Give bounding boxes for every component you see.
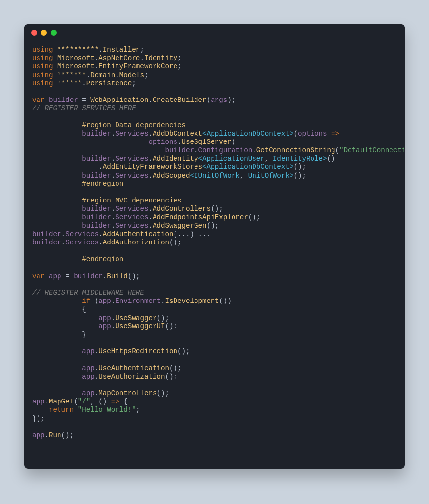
region-data: #region Data dependencies <box>82 121 186 129</box>
services: Services <box>115 222 148 230</box>
ns-installer: Installer <box>103 46 140 54</box>
type-appuser: ApplicationUser <box>202 155 265 162</box>
var-app: app <box>32 431 45 439</box>
close-icon[interactable] <box>31 30 37 36</box>
builder: builder <box>82 222 111 230</box>
services: Services <box>65 239 98 246</box>
fn-getconnstr: GetConnectionString <box>256 146 335 154</box>
id-webapp: WebApplication <box>90 96 148 104</box>
var-app: app <box>98 323 111 330</box>
configuration: Configuration <box>198 146 253 154</box>
fn-useswagger: UseSwagger <box>115 314 156 322</box>
arrow: => <box>331 130 339 138</box>
builder: builder <box>82 130 111 138</box>
var-app: app <box>98 314 111 322</box>
fn-useauthz: UseAuthorization <box>98 373 165 381</box>
services: Services <box>115 205 148 213</box>
ellipsis: ... <box>177 230 190 238</box>
services: Services <box>115 172 148 180</box>
fn-addcontrollers: AddControllers <box>153 205 211 213</box>
str-hello: "Hello World!" <box>78 406 136 414</box>
ns-models: Models <box>119 71 144 79</box>
brace-close: } <box>82 331 86 339</box>
fn-addauthz: AddAuthorization <box>103 239 169 246</box>
kw-using: using <box>32 71 53 79</box>
var-options: options <box>148 138 177 146</box>
fn-mapget: MapGet <box>49 398 74 405</box>
services: Services <box>115 130 148 138</box>
type-appdbctx: ApplicationDbContext <box>207 163 290 171</box>
var-app: app <box>32 398 45 405</box>
ns-masked: ********** <box>57 46 98 54</box>
builder: builder <box>82 172 111 180</box>
environment: Environment <box>115 297 161 305</box>
kw-return: return <box>49 406 74 414</box>
kw-var: var <box>32 272 45 280</box>
endregion: #endregion <box>82 255 123 263</box>
builder: builder <box>74 272 103 280</box>
ns-masked: ******* <box>57 71 86 79</box>
code-block: using **********.Installer; using Micros… <box>24 41 405 469</box>
type-uow: UnitOfWork <box>248 172 290 180</box>
fn-mapcontrollers: MapControllers <box>98 389 156 397</box>
kw-using: using <box>32 54 53 62</box>
arrow: => <box>111 398 119 405</box>
ns-masked: ****** <box>57 80 82 87</box>
services: Services <box>65 230 98 238</box>
kw-if: if <box>82 297 90 305</box>
builder: builder <box>32 239 61 246</box>
brace-open: { <box>82 305 86 313</box>
kw-var: var <box>32 96 45 104</box>
type-identityrole: IdentityRole <box>273 155 323 162</box>
type-appdbctx: ApplicationDbContext <box>207 130 290 138</box>
code-window: using **********.Installer; using Micros… <box>24 24 405 469</box>
var-app: app <box>82 364 95 372</box>
comment-register-middleware: // REGISTER MIDDLEWARE HERE <box>32 289 144 297</box>
builder: builder <box>82 213 111 221</box>
fn-createbuilder: CreateBuilder <box>153 96 207 104</box>
var-app: app <box>82 347 95 355</box>
fn-usesqlserver: UseSqlServer <box>182 138 232 146</box>
ns-persistence: Persistence <box>86 80 132 87</box>
fn-addauthn: AddAuthentication <box>103 230 174 238</box>
var-args: args <box>211 96 227 104</box>
fn-addscoped: AddScoped <box>153 172 190 180</box>
builder: builder <box>82 205 111 213</box>
fn-useauthn: UseAuthentication <box>98 364 169 372</box>
var-app: app <box>98 297 111 305</box>
fn-adddbcontext: AddDbContext <box>153 130 202 138</box>
fn-addefstores: AddEntityFrameworkStores <box>103 163 202 171</box>
var-app: app <box>82 389 95 397</box>
var-builder: builder <box>49 96 78 104</box>
kw-using: using <box>32 46 53 54</box>
ellipsis: ... <box>198 230 211 238</box>
kw-using: using <box>32 80 53 87</box>
var-app: app <box>49 272 61 280</box>
fn-isdev: IsDevelopment <box>165 297 219 305</box>
ns-ms: Microsoft <box>57 54 95 62</box>
minimize-icon[interactable] <box>41 30 47 36</box>
fn-usehttpsredir: UseHttpsRedirection <box>98 347 177 355</box>
services: Services <box>115 213 148 221</box>
str-defaultconn: "DefaultConnection" <box>339 146 405 154</box>
fn-addswaggergen: AddSwaggerGen <box>153 222 207 230</box>
builder: builder <box>165 146 194 154</box>
var-app: app <box>82 373 95 381</box>
comment-register-services: // REGISTER SERVICES HERE <box>32 104 136 112</box>
ns-identity: Identity <box>144 54 177 62</box>
ns-aspnet: AspNetCore <box>98 54 140 62</box>
fn-build: Build <box>107 272 128 280</box>
ns-ms: Microsoft <box>57 62 95 70</box>
builder: builder <box>32 230 61 238</box>
region-mvc: #region MVC dependencies <box>82 197 181 204</box>
fn-useswaggerui: UseSwaggerUI <box>115 323 165 330</box>
fn-run: Run <box>49 431 61 439</box>
endregion: #endregion <box>82 180 123 188</box>
services: Services <box>115 155 148 162</box>
var-options: options <box>298 130 327 138</box>
kw-using: using <box>32 62 53 70</box>
zoom-icon[interactable] <box>51 30 57 36</box>
type-iuow: IUnitOfWork <box>194 172 240 180</box>
fn-addendpoints: AddEndpointsApiExplorer <box>153 213 248 221</box>
ns-domain: Domain <box>90 71 115 79</box>
